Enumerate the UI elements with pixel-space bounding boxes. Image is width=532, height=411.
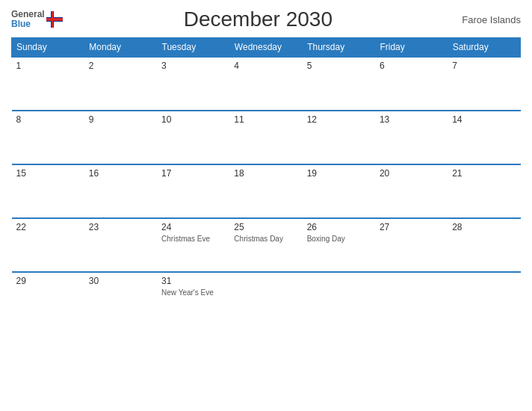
day-number: 10: [161, 114, 225, 125]
day-number: 21: [452, 168, 516, 179]
table-row: 8: [12, 111, 84, 164]
calendar-week-row: 1234567: [12, 57, 521, 111]
col-thursday: Thursday: [303, 38, 375, 58]
table-row: 15: [12, 164, 84, 218]
table-row: 1: [12, 57, 84, 111]
calendar-week-row: 891011121314: [12, 111, 521, 164]
day-number: 28: [452, 222, 516, 232]
day-number: 6: [380, 61, 443, 71]
day-number: 14: [452, 114, 516, 125]
table-row: [303, 272, 375, 321]
table-row: 26Boxing Day: [303, 218, 375, 272]
holiday-label: Christmas Eve: [161, 234, 225, 244]
day-number: 23: [89, 222, 152, 232]
holiday-label: Christmas Day: [234, 234, 297, 244]
table-row: 10: [157, 111, 229, 164]
day-number: 15: [16, 168, 80, 179]
table-row: 14: [448, 111, 520, 164]
table-row: 9: [84, 111, 157, 164]
day-number: 9: [89, 114, 152, 125]
month-title: December 2030: [63, 7, 454, 31]
day-number: 3: [161, 61, 225, 71]
col-wednesday: Wednesday: [229, 38, 302, 58]
day-number: 13: [380, 114, 443, 125]
day-number: 29: [16, 276, 80, 286]
col-monday: Monday: [84, 38, 157, 58]
table-row: 13: [375, 111, 448, 164]
table-row: 28: [448, 218, 520, 272]
table-row: 22: [12, 218, 84, 272]
table-row: 20: [375, 164, 448, 218]
day-number: 5: [307, 61, 371, 71]
table-row: 4: [229, 57, 302, 111]
col-saturday: Saturday: [448, 38, 520, 58]
table-row: 30: [84, 272, 157, 321]
table-row: 16: [84, 164, 157, 218]
table-row: 24Christmas Eve: [157, 218, 229, 272]
table-row: 23: [84, 218, 157, 272]
day-number: 20: [380, 168, 443, 179]
table-row: 29: [12, 272, 84, 321]
col-friday: Friday: [375, 38, 448, 58]
table-row: 31New Year's Eve: [157, 272, 229, 321]
table-row: 7: [448, 57, 520, 111]
day-number: 7: [452, 61, 516, 71]
svg-rect-4: [52, 11, 53, 28]
table-row: [448, 272, 520, 321]
logo-blue-text: Blue: [11, 19, 45, 29]
table-row: 21: [448, 164, 520, 218]
day-number: 22: [16, 222, 80, 232]
day-number: 27: [380, 222, 443, 232]
table-row: 12: [303, 111, 375, 164]
day-number: 11: [234, 114, 297, 125]
day-number: 4: [234, 61, 297, 71]
day-number: 1: [16, 61, 80, 71]
table-row: 18: [229, 164, 302, 218]
logo-flag-icon: [46, 11, 63, 28]
table-row: 25Christmas Day: [229, 218, 302, 272]
table-row: 6: [375, 57, 448, 111]
table-row: 11: [229, 111, 302, 164]
table-row: [229, 272, 302, 321]
day-number: 8: [16, 114, 80, 125]
holiday-label: Boxing Day: [307, 234, 371, 244]
day-number: 30: [89, 276, 152, 286]
table-row: [375, 272, 448, 321]
day-number: 2: [89, 61, 152, 71]
calendar-header: General Blue December 2030 Faroe Islands: [11, 7, 521, 31]
day-number: 26: [307, 222, 371, 232]
table-row: 5: [303, 57, 375, 111]
day-number: 24: [161, 222, 225, 232]
holiday-label: New Year's Eve: [161, 288, 225, 297]
calendar-week-row: 15161718192021: [12, 164, 521, 218]
svg-rect-3: [46, 18, 63, 21]
day-number: 18: [234, 168, 297, 179]
table-row: 2: [84, 57, 157, 111]
day-number: 17: [161, 168, 225, 179]
day-number: 16: [89, 168, 152, 179]
table-row: 19: [303, 164, 375, 218]
calendar-week-row: 293031New Year's Eve: [12, 272, 521, 321]
day-number: 31: [161, 276, 225, 286]
day-number: 19: [307, 168, 371, 179]
day-number: 12: [307, 114, 371, 125]
logo: General Blue: [11, 10, 63, 29]
table-row: 17: [157, 164, 229, 218]
weekday-header-row: Sunday Monday Tuesday Wednesday Thursday…: [12, 38, 521, 58]
region-label: Faroe Islands: [454, 14, 521, 25]
table-row: 27: [375, 218, 448, 272]
calendar-container: General Blue December 2030 Faroe Islands…: [0, 0, 532, 411]
calendar-week-row: 222324Christmas Eve25Christmas Day26Boxi…: [12, 218, 521, 272]
col-sunday: Sunday: [12, 38, 84, 58]
table-row: 3: [157, 57, 229, 111]
col-tuesday: Tuesday: [157, 38, 229, 58]
calendar-table: Sunday Monday Tuesday Wednesday Thursday…: [11, 37, 521, 321]
day-number: 25: [234, 222, 297, 232]
